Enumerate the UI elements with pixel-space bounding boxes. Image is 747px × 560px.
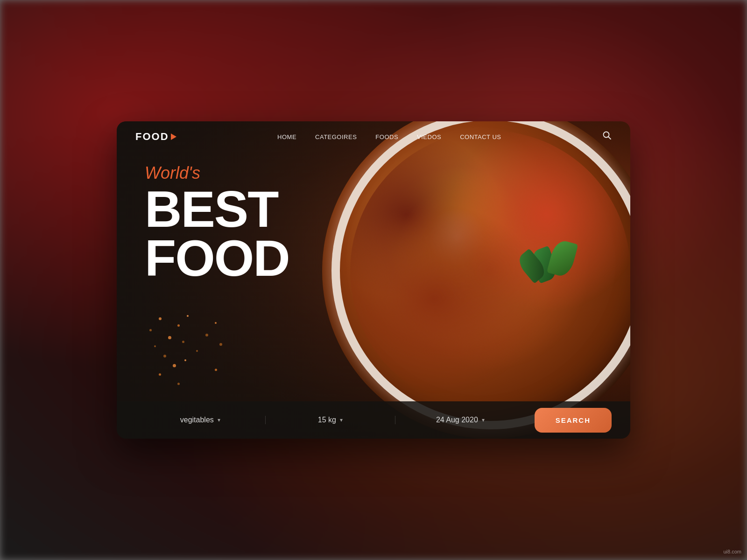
weight-chevron-icon: ▾ <box>340 417 343 423</box>
category-field[interactable]: vegitables ▾ <box>135 416 266 424</box>
search-button[interactable]: SEARCH <box>535 408 612 433</box>
nav-item-categories[interactable]: CATEGOIRES <box>315 133 357 141</box>
category-label: vegitables <box>180 416 214 424</box>
nav-item-foods[interactable]: FOODS <box>375 133 398 141</box>
date-chevron-icon: ▾ <box>482 417 485 423</box>
bowl-contents <box>350 131 630 411</box>
category-chevron-icon: ▾ <box>218 417 220 423</box>
nav-item-contact[interactable]: CONTACT US <box>460 133 501 141</box>
watermark: ui8.com <box>723 549 741 554</box>
logo-text: FOOD <box>135 131 169 143</box>
hero-title: BEST FOOD <box>145 185 289 282</box>
herb-decoration <box>528 224 574 280</box>
nav-item-home[interactable]: HOME <box>277 133 296 141</box>
logo-arrow-icon <box>171 133 176 140</box>
hero-content: World's BEST FOOD <box>145 163 289 282</box>
hero-title-line2: FOOD <box>145 229 289 287</box>
date-label: 24 Aug 2020 <box>436 416 478 424</box>
weight-label: 15 kg <box>318 416 336 424</box>
main-card: FOOD HOME CATEGOIRES FOODS VIEDOS CONTAC… <box>117 121 630 439</box>
search-icon[interactable] <box>602 131 612 142</box>
search-bar: vegitables ▾ 15 kg ▾ 24 Aug 2020 ▾ SEARC… <box>117 401 630 439</box>
logo[interactable]: FOOD <box>135 131 176 143</box>
navbar: FOOD HOME CATEGOIRES FOODS VIEDOS CONTAC… <box>117 121 630 152</box>
spice-scatter <box>145 308 238 392</box>
svg-line-1 <box>608 137 611 139</box>
weight-field[interactable]: 15 kg ▾ <box>266 416 396 424</box>
date-field[interactable]: 24 Aug 2020 ▾ <box>395 416 525 424</box>
nav-links: HOME CATEGOIRES FOODS VIEDOS CONTACT US <box>277 133 501 141</box>
nav-item-videos[interactable]: VIEDOS <box>417 133 441 141</box>
